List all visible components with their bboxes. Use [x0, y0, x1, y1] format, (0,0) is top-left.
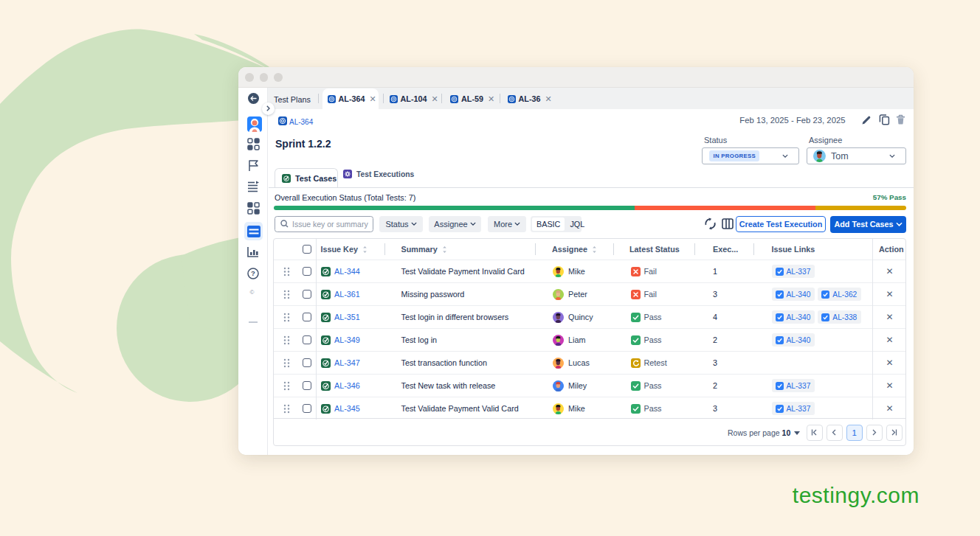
svg-text:?: ? — [251, 269, 255, 277]
